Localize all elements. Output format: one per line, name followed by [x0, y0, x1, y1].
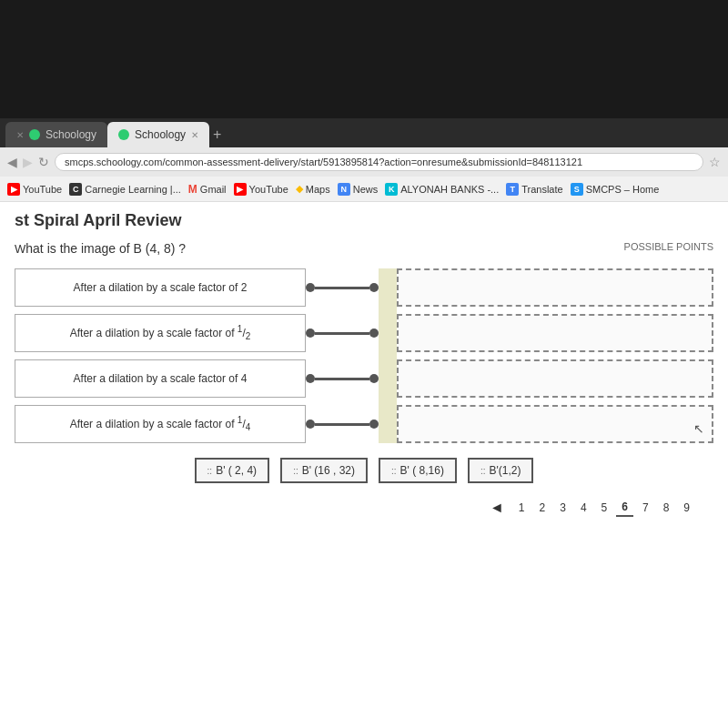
nav-refresh[interactable]: ↻ — [38, 155, 49, 169]
schoology-favicon — [29, 129, 40, 140]
bookmark-youtube1[interactable]: ▶ YouTube — [7, 183, 62, 196]
connector-row-4 — [306, 405, 379, 443]
nav-forward[interactable]: ▶ — [23, 155, 33, 169]
smcps-icon: S — [571, 183, 583, 196]
bookmark-alyonah[interactable]: K ALYONAH BANKS -... — [385, 183, 499, 196]
connector-area — [306, 268, 379, 443]
connector-dot-right-1 — [369, 283, 379, 292]
connector-row-3 — [306, 359, 379, 398]
right-drop-3[interactable] — [397, 359, 713, 398]
page-4[interactable]: 4 — [575, 500, 592, 516]
bookmarks-bar: ▶ YouTube C Carnegie Learning |... M Gma… — [0, 177, 728, 202]
answer-chip-4[interactable]: :: B'(1,2) — [468, 458, 534, 483]
bookmark-maps-label: Maps — [306, 184, 330, 195]
right-drop-4[interactable]: ↖ — [397, 405, 713, 443]
tab-close-inactive[interactable]: ✕ — [16, 130, 24, 140]
connector-dot-left-1 — [306, 283, 315, 292]
schoology-favicon2 — [118, 129, 129, 140]
page-8[interactable]: 8 — [658, 500, 675, 516]
page-9[interactable]: 9 — [678, 500, 695, 516]
page-6-current[interactable]: 6 — [616, 499, 633, 517]
youtube-icon2: ▶ — [234, 183, 247, 196]
pagination-prev[interactable]: ◄ — [484, 498, 510, 518]
cursor-indicator: ↖ — [693, 421, 704, 436]
translate-icon: T — [506, 183, 519, 196]
bookmark-youtube1-label: YouTube — [23, 184, 62, 195]
answer-choices: :: B' ( 2, 4) :: B' (16 , 32) :: B' ( 8,… — [15, 458, 713, 483]
tab-inactive[interactable]: ✕ Schoology — [5, 122, 107, 147]
right-drop-1[interactable] — [397, 268, 713, 307]
page-5[interactable]: 5 — [596, 500, 613, 516]
bookmark-translate[interactable]: T Translate — [506, 183, 562, 196]
answer-chip-3[interactable]: :: B' ( 8,16) — [379, 458, 457, 483]
page-7[interactable]: 7 — [637, 500, 654, 516]
left-item-2: After a dilation by a scale factor of 1/… — [15, 314, 306, 352]
connector-dot-left-3 — [306, 374, 315, 383]
gmail-icon: M — [188, 183, 197, 196]
answer-chip-2[interactable]: :: B' (16 , 32) — [280, 458, 368, 483]
page-2[interactable]: 2 — [534, 500, 551, 516]
connector-dot-left-4 — [306, 420, 315, 429]
bookmark-carnegie-label: Carnegie Learning |... — [85, 184, 181, 195]
right-drop-2[interactable] — [397, 314, 713, 352]
answer-chip-2-text: B' (16 , 32) — [302, 464, 355, 477]
drag-icon-1: :: — [207, 466, 213, 476]
bookmark-gmail-label: Gmail — [200, 184, 227, 195]
answer-chip-1-text: B' ( 2, 4) — [216, 464, 257, 477]
address-bar-row: ◀ ▶ ↻ smcps.schoology.com/common-assessm… — [0, 147, 728, 177]
connector-dot-right-4 — [369, 420, 379, 429]
connector-dot-right-3 — [369, 374, 379, 383]
alyonah-icon: K — [385, 183, 398, 196]
connector-row-1 — [306, 268, 379, 307]
connector-dot-left-2 — [306, 329, 315, 338]
left-item-2-text: After a dilation by a scale factor of 1/… — [70, 324, 251, 341]
left-item-3-text: After a dilation by a scale factor of 4 — [74, 372, 248, 385]
new-tab-button[interactable]: + — [213, 126, 221, 143]
bookmark-maps[interactable]: ◆ Maps — [296, 183, 330, 195]
page-1[interactable]: 1 — [513, 500, 531, 516]
browser-chrome: ✕ Schoology Schoology ✕ + ◀ ▶ ↻ smcps.sc… — [0, 118, 728, 202]
page-3[interactable]: 3 — [554, 500, 571, 516]
connector-row-2 — [306, 314, 379, 352]
tab-inactive-label: Schoology — [46, 128, 96, 141]
bookmark-gmail[interactable]: M Gmail — [188, 183, 227, 196]
left-item-1: After a dilation by a scale factor of 2 — [15, 268, 306, 307]
shaded-3 — [379, 359, 397, 398]
left-item-4-text: After a dilation by a scale factor of 1/… — [70, 415, 251, 432]
answer-chip-1[interactable]: :: B' ( 2, 4) — [195, 458, 270, 483]
drag-icon-4: :: — [480, 466, 486, 476]
maps-icon: ◆ — [296, 183, 303, 195]
left-item-4: After a dilation by a scale factor of 1/… — [15, 405, 306, 443]
question-prefix: W — [15, 242, 25, 256]
nav-back[interactable]: ◀ — [7, 155, 17, 169]
news-icon: N — [338, 183, 350, 196]
tab-bar: ✕ Schoology Schoology ✕ + — [0, 118, 728, 147]
bookmark-translate-label: Translate — [521, 184, 562, 195]
shaded-1 — [379, 268, 397, 307]
star-icon[interactable]: ☆ — [709, 155, 721, 169]
bookmark-youtube2[interactable]: ▶ YouTube — [234, 183, 288, 196]
bookmark-news[interactable]: N News — [338, 183, 379, 196]
address-bar[interactable]: smcps.schoology.com/common-assessment-de… — [55, 153, 703, 171]
matching-container: After a dilation by a scale factor of 2 … — [15, 268, 713, 443]
drag-icon-2: :: — [293, 466, 298, 476]
connector-line-1 — [315, 287, 369, 289]
connector-line-4 — [315, 423, 369, 426]
tab-active-label: Schoology — [135, 128, 186, 141]
bookmark-carnegie[interactable]: C Carnegie Learning |... — [69, 183, 181, 196]
drag-icon-3: :: — [391, 466, 397, 476]
left-item-1-text: After a dilation by a scale factor of 2 — [74, 281, 248, 294]
tab-close-active[interactable]: ✕ — [191, 130, 198, 140]
shaded-divider — [379, 268, 397, 443]
question-text: What is the image of B (4, 8) ? — [15, 241, 186, 256]
bookmark-smcps[interactable]: S SMCPS – Home — [571, 183, 660, 196]
page-title: st Spiral April Review — [15, 211, 713, 230]
tab-active[interactable]: Schoology ✕ — [107, 122, 209, 147]
left-item-3: After a dilation by a scale factor of 4 — [15, 359, 306, 398]
carnegie-icon: C — [69, 183, 82, 196]
bookmark-alyonah-label: ALYONAH BANKS -... — [400, 184, 499, 195]
connector-line-2 — [315, 332, 369, 335]
pagination: ◄ 1 2 3 4 5 6 7 8 9 — [15, 498, 713, 518]
answer-chip-4-text: B'(1,2) — [489, 464, 521, 477]
answer-chip-3-text: B' ( 8,16) — [400, 464, 444, 477]
